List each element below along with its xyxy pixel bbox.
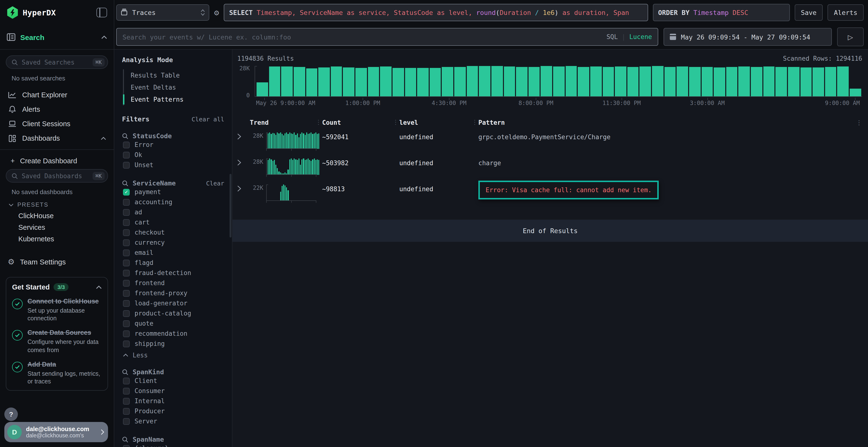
- filter-option[interactable]: ✓ Ok: [122, 150, 224, 160]
- clear-all-button[interactable]: Clear all: [192, 115, 224, 123]
- preset-dashboard-link[interactable]: Kubernetes: [5, 233, 109, 245]
- histogram-bars[interactable]: [255, 66, 862, 97]
- checkbox[interactable]: ✓: [123, 377, 130, 384]
- query-language-toggle[interactable]: SQL | Lucene: [607, 33, 652, 41]
- filter-option[interactable]: ✓ Internal: [122, 396, 224, 406]
- search-icon[interactable]: [122, 436, 128, 442]
- checkbox[interactable]: ✓: [123, 387, 130, 394]
- sidebar-section-search[interactable]: Search: [0, 25, 114, 49]
- source-settings-gear-icon[interactable]: ⚙: [214, 8, 219, 18]
- search-icon[interactable]: [122, 369, 128, 375]
- filter-option[interactable]: ✓ Unset: [122, 160, 224, 170]
- filter-option[interactable]: ✓ Producer: [122, 406, 224, 416]
- filter-option[interactable]: ✓ ad: [122, 207, 224, 217]
- filter-option[interactable]: ✓ Server: [122, 416, 224, 426]
- column-header-trend[interactable]: Trend: [250, 119, 322, 126]
- filter-option[interactable]: ✓ fraud-detection: [122, 268, 224, 278]
- checkbox[interactable]: ✓: [123, 199, 130, 205]
- filter-option[interactable]: ✓ shipping: [122, 339, 224, 349]
- filter-option[interactable]: ✓ Client: [122, 376, 224, 386]
- filter-option[interactable]: ✓ {closure}: [122, 443, 224, 447]
- checkbox[interactable]: ✓: [123, 408, 130, 414]
- filter-option[interactable]: ✓ checkout: [122, 227, 224, 238]
- source-select[interactable]: Traces: [116, 4, 209, 21]
- presets-toggle[interactable]: PRESETS: [5, 198, 109, 210]
- collapse-sidebar-icon[interactable]: [96, 8, 107, 18]
- filter-option[interactable]: ✓ Consumer: [122, 386, 224, 396]
- sql-select-input[interactable]: SELECT Timestamp, ServiceName as service…: [224, 4, 648, 21]
- filter-option[interactable]: ✓ payment: [122, 187, 224, 197]
- expand-row-chevron-icon[interactable]: [237, 184, 250, 207]
- get-started-item[interactable]: Connect to ClickHouse Set up your databa…: [12, 298, 102, 322]
- sidebar-item-chart-explorer[interactable]: Chart Explorer: [5, 88, 109, 102]
- checkbox[interactable]: ✓: [123, 219, 130, 226]
- filter-option[interactable]: ✓ flagd: [122, 258, 224, 268]
- analysis-mode-tab[interactable]: Results Table: [124, 69, 224, 81]
- checkbox[interactable]: ✓: [123, 330, 130, 337]
- order-by-input[interactable]: ORDER BY Timestamp DESC: [653, 4, 789, 21]
- checkbox[interactable]: ✓: [123, 151, 130, 158]
- get-started-item[interactable]: Create Data Sources Configure where your…: [12, 329, 102, 354]
- checkbox[interactable]: ✓: [123, 239, 130, 246]
- filter-option[interactable]: ✓ email: [122, 248, 224, 258]
- checkbox[interactable]: ✓: [123, 398, 130, 404]
- checkbox[interactable]: ✓: [123, 162, 130, 168]
- search-icon[interactable]: [122, 180, 128, 186]
- clear-group-button[interactable]: Clear: [206, 179, 224, 187]
- saved-searches-input[interactable]: Saved Searches ⌘K: [6, 56, 108, 69]
- filter-option[interactable]: ✓ cart: [122, 217, 224, 227]
- chevron-up-icon[interactable]: [101, 137, 106, 140]
- user-menu[interactable]: D dale@clickhouse.com dale@clickhouse.co…: [4, 422, 108, 442]
- table-menu-icon[interactable]: ⋮: [850, 119, 862, 126]
- filter-option[interactable]: ✓ load-generator: [122, 298, 224, 308]
- sidebar-item-dashboards[interactable]: Dashboards: [5, 131, 109, 145]
- filter-option[interactable]: ✓ product-catalog: [122, 308, 224, 318]
- saved-dashboards-input[interactable]: Saved Dashboards ⌘K: [6, 169, 108, 182]
- mode-sql[interactable]: SQL: [607, 33, 618, 41]
- checkbox[interactable]: ✓: [123, 229, 130, 236]
- filter-option[interactable]: ✓ accounting: [122, 197, 224, 207]
- checkbox[interactable]: ✓: [123, 290, 130, 297]
- sidebar-item-client-sessions[interactable]: Client Sessions: [5, 116, 109, 131]
- checkbox[interactable]: ✓: [123, 340, 130, 347]
- expand-row-chevron-icon[interactable]: [237, 132, 250, 155]
- filter-option[interactable]: ✓ Error: [122, 140, 224, 150]
- filter-option[interactable]: ✓ frontend: [122, 278, 224, 288]
- checkbox[interactable]: ✓: [123, 320, 130, 327]
- checkbox[interactable]: ✓: [123, 310, 130, 317]
- preset-dashboard-link[interactable]: ClickHouse: [5, 210, 109, 221]
- checkbox[interactable]: ✓: [123, 445, 130, 447]
- chevron-up-icon[interactable]: [101, 35, 107, 39]
- checkbox[interactable]: ✓: [123, 141, 130, 148]
- checkbox[interactable]: ✓: [123, 249, 130, 256]
- show-less-toggle[interactable]: Less: [122, 352, 224, 359]
- search-input[interactable]: Search your events w/ Lucene ex. column:…: [116, 28, 658, 46]
- checkbox[interactable]: ✓: [123, 280, 130, 286]
- checkbox[interactable]: ✓: [123, 270, 130, 276]
- column-header-count[interactable]: Count: [322, 119, 399, 126]
- filter-option[interactable]: ✓ quote: [122, 318, 224, 329]
- checkbox[interactable]: ✓: [123, 209, 130, 215]
- filter-option[interactable]: ✓ recommendation: [122, 329, 224, 339]
- alerts-button[interactable]: Alerts: [828, 4, 864, 21]
- column-header-level[interactable]: level: [399, 119, 478, 126]
- create-dashboard-button[interactable]: + Create Dashboard: [5, 153, 109, 168]
- checkbox[interactable]: ✓: [123, 418, 130, 424]
- mode-lucene[interactable]: Lucene: [629, 33, 652, 41]
- date-range-picker[interactable]: May 26 09:09:54 - May 27 09:09:54: [663, 28, 832, 46]
- sidebar-item-team-settings[interactable]: ⚙ Team Settings: [5, 257, 109, 266]
- get-started-item[interactable]: Add Data Start sending logs, metrics, or…: [12, 361, 102, 386]
- filter-option[interactable]: ✓ frontend-proxy: [122, 288, 224, 298]
- save-button[interactable]: Save: [795, 4, 823, 21]
- analysis-mode-tab[interactable]: Event Patterns: [124, 94, 224, 105]
- expand-row-chevron-icon[interactable]: [237, 158, 250, 181]
- sidebar-item-alerts[interactable]: Alerts: [5, 102, 109, 116]
- column-header-pattern[interactable]: Pattern: [478, 119, 850, 126]
- preset-dashboard-link[interactable]: Services: [5, 221, 109, 233]
- chevron-up-icon[interactable]: [96, 285, 102, 289]
- checkbox[interactable]: ✓: [123, 300, 130, 307]
- search-icon[interactable]: [122, 133, 128, 139]
- checkbox[interactable]: ✓: [123, 188, 130, 195]
- analysis-mode-tab[interactable]: Event Deltas: [124, 81, 224, 94]
- run-query-button[interactable]: ▷: [837, 28, 864, 46]
